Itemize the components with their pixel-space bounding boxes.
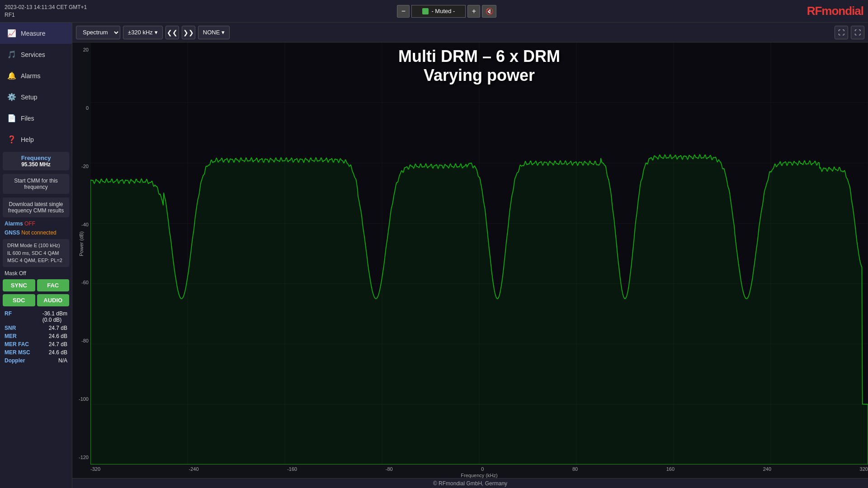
sdc-button[interactable]: SDC <box>3 294 35 306</box>
setup-icon: ⚙️ <box>7 93 16 101</box>
sidebar-item-label-services: Services <box>21 51 45 58</box>
audio-button[interactable]: AUDIO <box>37 294 70 306</box>
metric-value: 24.6 dB <box>49 333 67 339</box>
metric-name: Doppler <box>5 357 25 364</box>
x-tick: 160 <box>666 466 675 472</box>
volume-decrease-button[interactable]: − <box>397 5 410 18</box>
y-tick: -80 <box>72 338 89 343</box>
sidebar-item-label-setup: Setup <box>21 94 38 101</box>
x-tick: -320 <box>90 466 100 472</box>
metric-row: RF-36.1 dBm(0.0 dB) <box>5 310 67 324</box>
sync-button[interactable]: SYNC <box>3 279 35 291</box>
x-ticks: -320-240-160-80080160240320 <box>90 466 868 473</box>
none-label: NONE <box>203 29 220 36</box>
y-tick: 20 <box>72 47 89 52</box>
spectrum-container: Power (dB) 200-20-40-60-80-100-120 Multi… <box>72 42 868 465</box>
fullscreen-button[interactable]: ⛶ <box>851 26 864 39</box>
sidebar-item-help[interactable]: ❓Help <box>0 129 72 150</box>
metric-row: MER MSC24.6 dB <box>5 348 67 357</box>
metric-value: 24.6 dB <box>49 349 67 356</box>
metric-value: 24.7 dB <box>49 341 67 347</box>
none-button[interactable]: NONE ▾ <box>198 26 230 39</box>
drm-info: DRM Mode E (100 kHz)IL 600 ms, SDC 4 QAM… <box>3 239 69 267</box>
bandwidth-button[interactable]: ±320 kHz ▾ <box>123 26 163 39</box>
chart-main: Multi DRM – 6 x DRM Varying power <box>90 42 868 465</box>
spectrum-chart <box>90 42 868 465</box>
signal-buttons-row2: SDC AUDIO <box>3 294 69 306</box>
sidebar-item-label-alarms: Alarms <box>21 72 41 80</box>
volume-increase-button[interactable]: + <box>467 5 480 18</box>
brand-logo: RFmondial <box>807 4 863 18</box>
metrics-table: RF-36.1 dBm(0.0 dB)SNR24.7 dBMER24.6 dBM… <box>0 308 72 366</box>
x-tick: -240 <box>189 466 199 472</box>
x-tick: 0 <box>481 466 484 472</box>
x-tick: 320 <box>860 466 868 472</box>
sidebar-item-setup[interactable]: ⚙️Setup <box>0 86 72 108</box>
metric-value: -36.1 dBm(0.0 dB) <box>42 310 67 323</box>
mask-info: Mask Off <box>0 269 72 278</box>
logo-mondial: mondial <box>821 4 863 18</box>
alarms-status: Alarms OFF <box>0 219 72 228</box>
x-tick: -80 <box>386 466 393 472</box>
metric-row: DopplerN/A <box>5 357 67 365</box>
metric-value: 24.7 dB <box>49 325 67 331</box>
metric-row: MER24.6 dB <box>5 332 67 340</box>
fac-button[interactable]: FAC <box>37 279 70 291</box>
measure-icon: 📈 <box>7 29 16 38</box>
fit-window-button[interactable]: ⛶ <box>835 26 848 39</box>
files-icon: 📄 <box>7 114 16 122</box>
device-display: RF1 <box>5 11 87 19</box>
services-icon: 🎵 <box>7 50 16 59</box>
help-icon: ❓ <box>7 135 16 144</box>
mute-button[interactable]: 🔇 <box>482 5 496 18</box>
x-tick: 80 <box>572 466 578 472</box>
cmm-download-button[interactable]: Download latest single frequency CMM res… <box>3 197 69 217</box>
volume-indicator <box>422 8 429 14</box>
x-tick: 240 <box>763 466 771 472</box>
y-tick: 0 <box>72 105 89 111</box>
content-area: Spectrum ±320 kHz ▾ ❮❮ ❯❯ NONE ▾ ⛶ ⛶ Pow… <box>72 23 868 488</box>
x-axis-area: -320-240-160-80080160240320 Frequency (k… <box>90 465 868 478</box>
y-tick: -20 <box>72 164 89 169</box>
y-axis-label: Power (dB) <box>79 231 84 256</box>
view-select[interactable]: Spectrum <box>76 26 120 39</box>
sidebar-item-files[interactable]: 📄Files <box>0 108 72 129</box>
metric-value: N/A <box>58 357 67 364</box>
y-tick: -40 <box>72 222 89 227</box>
alarms-label: Alarms <box>5 221 23 227</box>
volume-control: − - Muted - + 🔇 <box>397 5 496 18</box>
footer-text: © RFmondial GmbH, Germany <box>433 480 507 487</box>
metric-name: MER <box>5 333 17 339</box>
volume-bar: - Muted - <box>411 5 466 18</box>
nav-menu: 📈Measure🎵Services🔔Alarms⚙️Setup📄Files❓He… <box>0 23 72 150</box>
chevron-down-icon: ▾ <box>155 29 158 36</box>
next-arrow-button[interactable]: ❯❯ <box>182 26 195 39</box>
metric-row: SNR24.7 dB <box>5 324 67 332</box>
sidebar: 📈Measure🎵Services🔔Alarms⚙️Setup📄Files❓He… <box>0 23 72 488</box>
x-tick: -160 <box>287 466 297 472</box>
toolbar: Spectrum ±320 kHz ▾ ❮❮ ❯❯ NONE ▾ ⛶ ⛶ <box>72 23 868 42</box>
y-tick: -60 <box>72 280 89 285</box>
logo: RFmondial <box>807 4 863 18</box>
cmm-start-button[interactable]: Start CMM for this frequency <box>3 174 69 194</box>
sidebar-item-measure[interactable]: 📈Measure <box>0 23 72 44</box>
sidebar-item-alarms[interactable]: 🔔Alarms <box>0 65 72 86</box>
metric-name: MER FAC <box>5 341 29 347</box>
alarms-value: OFF <box>24 221 35 227</box>
metric-row: MER FAC24.7 dB <box>5 340 67 348</box>
x-axis-label: Frequency (kHz) <box>90 473 868 478</box>
logo-rf: RF <box>807 4 822 18</box>
topbar-info: 2023-02-13 14:11:34 CET GMT+1 RF1 <box>5 4 87 19</box>
chevron-down-icon2: ▾ <box>222 29 225 36</box>
y-tick: -100 <box>72 396 89 402</box>
footer: © RFmondial GmbH, Germany <box>72 478 868 488</box>
signal-buttons-row1: SYNC FAC <box>3 279 69 291</box>
sidebar-item-services[interactable]: 🎵Services <box>0 44 72 65</box>
frequency-label: Frequency <box>7 155 65 161</box>
metric-name: MER MSC <box>5 349 30 356</box>
metric-name: SNR <box>5 325 16 331</box>
muted-label: - Muted - <box>431 8 455 14</box>
prev-arrow-button[interactable]: ❮❮ <box>165 26 179 39</box>
metric-name: RF <box>5 310 12 323</box>
bandwidth-label: ±320 kHz <box>128 29 153 36</box>
